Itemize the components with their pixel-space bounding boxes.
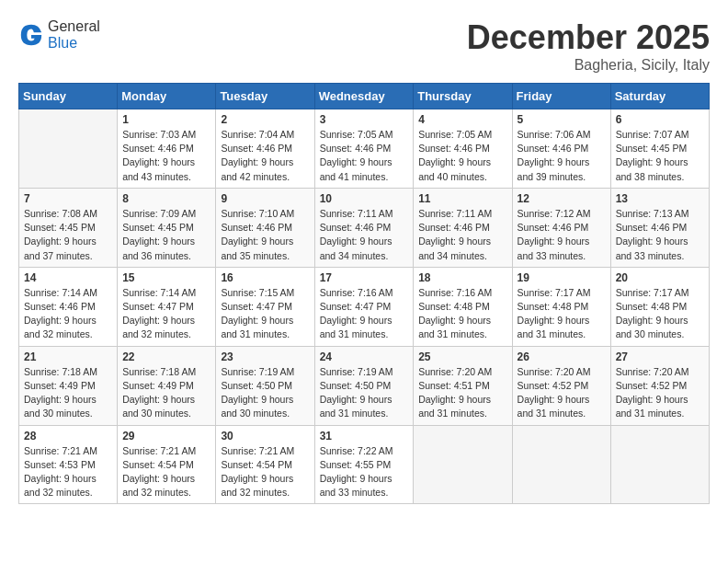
calendar-cell: 30Sunrise: 7:21 AMSunset: 4:54 PMDayligh… [216, 425, 314, 504]
day-number: 5 [518, 113, 606, 126]
day-number: 18 [418, 271, 506, 284]
cell-info: Sunrise: 7:07 AMSunset: 4:45 PMDaylight:… [616, 128, 704, 184]
logo: General Blue [18, 18, 100, 52]
calendar-cell: 2Sunrise: 7:04 AMSunset: 4:46 PMDaylight… [216, 109, 314, 189]
cell-info: Sunrise: 7:15 AMSunset: 4:47 PMDaylight:… [221, 286, 309, 342]
calendar-cell: 22Sunrise: 7:18 AMSunset: 4:49 PMDayligh… [118, 346, 216, 425]
calendar-cell: 29Sunrise: 7:21 AMSunset: 4:54 PMDayligh… [118, 425, 216, 504]
weekday-header-saturday: Saturday [610, 84, 709, 109]
logo-blue-text: Blue [48, 35, 77, 51]
calendar-table: SundayMondayTuesdayWednesdayThursdayFrid… [18, 83, 710, 504]
calendar-cell [512, 425, 610, 504]
day-number: 16 [221, 271, 309, 284]
day-number: 2 [221, 113, 309, 126]
calendar-week-row: 21Sunrise: 7:18 AMSunset: 4:49 PMDayligh… [19, 346, 710, 425]
cell-info: Sunrise: 7:16 AMSunset: 4:47 PMDaylight:… [320, 286, 409, 342]
calendar-cell: 11Sunrise: 7:11 AMSunset: 4:46 PMDayligh… [414, 188, 512, 267]
day-number: 29 [122, 430, 210, 442]
location-title: Bagheria, Sicily, Italy [467, 57, 710, 74]
logo-general-text: General [48, 18, 100, 34]
cell-info: Sunrise: 7:05 AMSunset: 4:46 PMDaylight:… [418, 128, 506, 184]
day-number: 12 [518, 192, 606, 205]
day-number: 30 [221, 430, 309, 442]
calendar-cell: 31Sunrise: 7:22 AMSunset: 4:55 PMDayligh… [314, 425, 414, 504]
cell-info: Sunrise: 7:21 AMSunset: 4:54 PMDaylight:… [122, 444, 210, 500]
calendar-cell: 3Sunrise: 7:05 AMSunset: 4:46 PMDaylight… [314, 109, 414, 189]
day-number: 22 [122, 350, 210, 363]
day-number: 7 [24, 192, 112, 205]
calendar-cell [414, 425, 512, 504]
calendar-week-row: 14Sunrise: 7:14 AMSunset: 4:46 PMDayligh… [19, 267, 710, 346]
cell-info: Sunrise: 7:11 AMSunset: 4:46 PMDaylight:… [320, 207, 409, 263]
calendar-cell: 25Sunrise: 7:20 AMSunset: 4:51 PMDayligh… [414, 346, 512, 425]
cell-info: Sunrise: 7:17 AMSunset: 4:48 PMDaylight:… [616, 286, 704, 342]
calendar-cell: 20Sunrise: 7:17 AMSunset: 4:48 PMDayligh… [610, 267, 709, 346]
calendar-week-row: 28Sunrise: 7:21 AMSunset: 4:53 PMDayligh… [19, 425, 710, 504]
day-number: 13 [616, 192, 704, 205]
day-number: 10 [320, 192, 409, 205]
calendar-cell: 28Sunrise: 7:21 AMSunset: 4:53 PMDayligh… [19, 425, 118, 504]
day-number: 14 [24, 271, 112, 284]
cell-info: Sunrise: 7:14 AMSunset: 4:47 PMDaylight:… [122, 286, 210, 342]
cell-info: Sunrise: 7:08 AMSunset: 4:45 PMDaylight:… [24, 207, 112, 263]
day-number: 27 [616, 350, 704, 363]
day-number: 24 [320, 350, 409, 363]
weekday-header-row: SundayMondayTuesdayWednesdayThursdayFrid… [19, 84, 710, 109]
day-number: 8 [122, 192, 210, 205]
weekday-header-monday: Monday [118, 84, 216, 109]
cell-info: Sunrise: 7:18 AMSunset: 4:49 PMDaylight:… [122, 365, 210, 421]
weekday-header-wednesday: Wednesday [314, 84, 414, 109]
calendar-cell: 7Sunrise: 7:08 AMSunset: 4:45 PMDaylight… [19, 188, 118, 267]
calendar-cell: 4Sunrise: 7:05 AMSunset: 4:46 PMDaylight… [414, 109, 512, 189]
cell-info: Sunrise: 7:20 AMSunset: 4:52 PMDaylight:… [518, 365, 606, 421]
calendar-cell: 26Sunrise: 7:20 AMSunset: 4:52 PMDayligh… [512, 346, 610, 425]
cell-info: Sunrise: 7:03 AMSunset: 4:46 PMDaylight:… [122, 128, 210, 184]
cell-info: Sunrise: 7:17 AMSunset: 4:48 PMDaylight:… [518, 286, 606, 342]
cell-info: Sunrise: 7:18 AMSunset: 4:49 PMDaylight:… [24, 365, 112, 421]
day-number: 15 [122, 271, 210, 284]
cell-info: Sunrise: 7:09 AMSunset: 4:45 PMDaylight:… [122, 207, 210, 263]
calendar-week-row: 7Sunrise: 7:08 AMSunset: 4:45 PMDaylight… [19, 188, 710, 267]
calendar-cell: 19Sunrise: 7:17 AMSunset: 4:48 PMDayligh… [512, 267, 610, 346]
cell-info: Sunrise: 7:04 AMSunset: 4:46 PMDaylight:… [221, 128, 309, 184]
calendar-cell: 6Sunrise: 7:07 AMSunset: 4:45 PMDaylight… [610, 109, 709, 189]
cell-info: Sunrise: 7:11 AMSunset: 4:46 PMDaylight:… [418, 207, 506, 263]
calendar-cell: 10Sunrise: 7:11 AMSunset: 4:46 PMDayligh… [314, 188, 414, 267]
cell-info: Sunrise: 7:20 AMSunset: 4:52 PMDaylight:… [616, 365, 704, 421]
weekday-header-thursday: Thursday [414, 84, 512, 109]
day-number: 19 [518, 271, 606, 284]
calendar-cell: 18Sunrise: 7:16 AMSunset: 4:48 PMDayligh… [414, 267, 512, 346]
title-block: December 2025 Bagheria, Sicily, Italy [467, 18, 710, 74]
cell-info: Sunrise: 7:14 AMSunset: 4:46 PMDaylight:… [24, 286, 112, 342]
day-number: 11 [418, 192, 506, 205]
cell-info: Sunrise: 7:13 AMSunset: 4:46 PMDaylight:… [616, 207, 704, 263]
calendar-cell: 5Sunrise: 7:06 AMSunset: 4:46 PMDaylight… [512, 109, 610, 189]
page-header: General Blue December 2025 Bagheria, Sic… [18, 18, 710, 74]
weekday-header-sunday: Sunday [19, 84, 118, 109]
day-number: 25 [418, 350, 506, 363]
cell-info: Sunrise: 7:06 AMSunset: 4:46 PMDaylight:… [518, 128, 606, 184]
calendar-cell: 12Sunrise: 7:12 AMSunset: 4:46 PMDayligh… [512, 188, 610, 267]
logo-icon [18, 22, 44, 48]
calendar-cell: 16Sunrise: 7:15 AMSunset: 4:47 PMDayligh… [216, 267, 314, 346]
day-number: 17 [320, 271, 409, 284]
calendar-cell: 14Sunrise: 7:14 AMSunset: 4:46 PMDayligh… [19, 267, 118, 346]
cell-info: Sunrise: 7:21 AMSunset: 4:54 PMDaylight:… [221, 444, 309, 500]
weekday-header-tuesday: Tuesday [216, 84, 314, 109]
day-number: 1 [122, 113, 210, 126]
calendar-cell: 1Sunrise: 7:03 AMSunset: 4:46 PMDaylight… [118, 109, 216, 189]
calendar-cell: 9Sunrise: 7:10 AMSunset: 4:46 PMDaylight… [216, 188, 314, 267]
cell-info: Sunrise: 7:12 AMSunset: 4:46 PMDaylight:… [518, 207, 606, 263]
calendar-cell: 21Sunrise: 7:18 AMSunset: 4:49 PMDayligh… [19, 346, 118, 425]
day-number: 9 [221, 192, 309, 205]
day-number: 3 [320, 113, 409, 126]
cell-info: Sunrise: 7:22 AMSunset: 4:55 PMDaylight:… [320, 444, 409, 500]
calendar-cell: 23Sunrise: 7:19 AMSunset: 4:50 PMDayligh… [216, 346, 314, 425]
month-title: December 2025 [467, 18, 710, 57]
day-number: 31 [320, 430, 409, 442]
weekday-header-friday: Friday [512, 84, 610, 109]
calendar-cell: 15Sunrise: 7:14 AMSunset: 4:47 PMDayligh… [118, 267, 216, 346]
day-number: 6 [616, 113, 704, 126]
calendar-cell: 24Sunrise: 7:19 AMSunset: 4:50 PMDayligh… [314, 346, 414, 425]
cell-info: Sunrise: 7:10 AMSunset: 4:46 PMDaylight:… [221, 207, 309, 263]
